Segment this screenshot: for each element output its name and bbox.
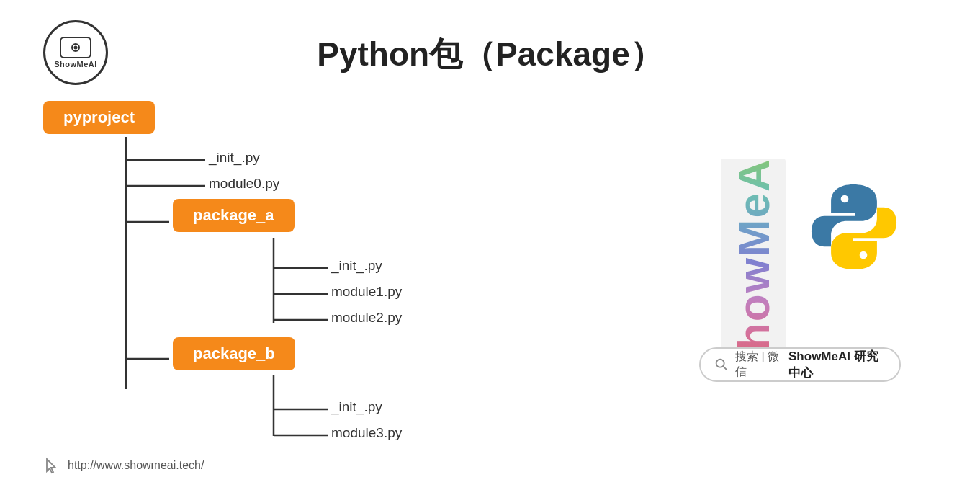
search-icon (714, 357, 729, 373)
tree-diagram: pyproject _init_.py module0.py package_a… (43, 101, 511, 468)
footer: http://www.showmeai.tech/ (43, 457, 204, 474)
node-init1: _init_.py (209, 150, 260, 166)
svg-point-12 (841, 195, 849, 203)
vertical-brand-text: ShowMeAI (728, 159, 779, 368)
svg-point-14 (716, 360, 724, 368)
cursor-icon (43, 457, 60, 474)
node-module3: module3.py (331, 425, 402, 441)
node-package-b: package_b (173, 337, 295, 370)
init3-label: _init_.py (331, 399, 382, 414)
vertical-text-container: ShowMeAI (721, 159, 786, 368)
pyproject-label: pyproject (43, 101, 155, 134)
node-module2: module2.py (331, 310, 402, 326)
tree-lines-svg (43, 101, 511, 468)
node-module0: module0.py (209, 176, 279, 192)
package-a-label: package_a (173, 199, 295, 232)
search-placeholder: 搜索 | 微信 (735, 349, 783, 380)
node-package-a: package_a (173, 199, 295, 232)
node-init2: _init_.py (331, 258, 382, 274)
init2-label: _init_.py (331, 258, 382, 273)
python-logo (807, 180, 901, 274)
module0-label: module0.py (209, 176, 279, 191)
footer-url-text: http://www.showmeai.tech/ (68, 459, 204, 472)
module1-label: module1.py (331, 284, 402, 299)
node-pyproject: pyproject (43, 101, 155, 134)
init1-label: _init_.py (209, 150, 260, 165)
python-logo-svg (807, 180, 901, 274)
page-title: Python包（Package） (0, 32, 980, 77)
node-init3: _init_.py (331, 399, 382, 415)
search-brand-label: ShowMeAI 研究中心 (788, 348, 886, 381)
search-bar[interactable]: 搜索 | 微信 ShowMeAI 研究中心 (699, 347, 901, 382)
svg-point-13 (860, 251, 868, 259)
node-module1: module1.py (331, 284, 402, 300)
module2-label: module2.py (331, 310, 402, 325)
svg-line-15 (723, 366, 727, 370)
right-panel: ShowMeAI 搜索 | 微信 ShowMeAI 研究中心 (663, 101, 937, 432)
brand-box: ShowMeAI 搜索 | 微信 ShowMeAI 研究中心 (699, 151, 901, 382)
package-b-label: package_b (173, 337, 295, 370)
module3-label: module3.py (331, 425, 402, 440)
